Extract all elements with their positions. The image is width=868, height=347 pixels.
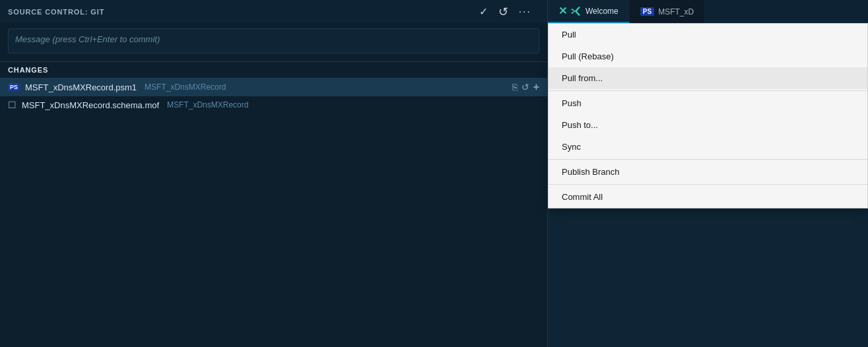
ps-icon: PS — [640, 7, 654, 16]
sc-title: SOURCE CONTROL: GIT — [8, 8, 477, 16]
menu-item-pull[interactable]: Pull — [549, 24, 867, 46]
menu-item-sync[interactable]: Sync — [549, 136, 867, 158]
dropdown-menu: Pull Pull (Rebase) Pull from... Push Pus… — [548, 23, 868, 208]
copy-icon[interactable]: ⎘ — [512, 82, 517, 92]
more-icon[interactable]: ··· — [516, 5, 534, 19]
sc-panel: CHANGES PS MSFT_xDnsMXRecord.psm1 MSFT_x… — [0, 23, 548, 347]
menu-item-pull-from[interactable]: Pull from... — [549, 67, 867, 89]
header-actions: ✓ ↺ ··· — [477, 3, 534, 20]
commit-message-area — [0, 23, 547, 62]
tab-welcome-label: Welcome — [585, 7, 618, 16]
file-name: MSFT_xDnsMXRecord.schema.mof — [22, 100, 159, 110]
file-name: MSFT_xDnsMXRecord.psm1 — [25, 82, 137, 92]
app-window: SOURCE CONTROL: GIT ✓ ↺ ··· ✕ Welcome PS… — [0, 0, 868, 347]
tab-welcome[interactable]: ✕ Welcome — [548, 0, 630, 23]
commit-icon[interactable]: ✓ — [477, 4, 490, 19]
vscode-logo-icon — [571, 6, 582, 16]
file-path: MSFT_xDnsMXRecord — [167, 100, 248, 110]
ps-file-icon: PS — [8, 83, 20, 91]
menu-item-push[interactable]: Push — [549, 92, 867, 114]
menu-separator-3 — [549, 184, 867, 185]
menu-item-publish-branch[interactable]: Publish Branch — [549, 161, 867, 183]
revert-icon[interactable]: ↺ — [521, 82, 529, 92]
menu-item-pull-rebase[interactable]: Pull (Rebase) — [549, 46, 867, 67]
menu-separator-1 — [549, 90, 867, 91]
vscode-icon: ✕ — [558, 5, 567, 17]
mof-file-icon: ☐ — [8, 100, 17, 110]
tabs-section: ✕ Welcome PS MSFT_xD — [548, 0, 868, 23]
menu-item-commit-all[interactable]: Commit All — [549, 186, 867, 208]
file-path: MSFT_xDnsMXRecord — [145, 82, 226, 92]
tab-msft[interactable]: PS MSFT_xD — [630, 0, 705, 23]
stage-icon[interactable]: + — [533, 81, 539, 93]
commit-message-input[interactable] — [8, 28, 539, 53]
list-item[interactable]: ☐ MSFT_xDnsMXRecord.schema.mof MSFT_xDns… — [0, 96, 547, 113]
list-item[interactable]: PS MSFT_xDnsMXRecord.psm1 MSFT_xDnsMXRec… — [0, 78, 547, 96]
file-actions: ⎘ ↺ + — [512, 81, 539, 93]
refresh-icon[interactable]: ↺ — [496, 3, 511, 20]
content-row: CHANGES PS MSFT_xDnsMXRecord.psm1 MSFT_x… — [0, 23, 868, 347]
changes-label: CHANGES — [8, 66, 48, 74]
top-bar: SOURCE CONTROL: GIT ✓ ↺ ··· ✕ Welcome PS… — [0, 0, 868, 23]
svg-marker-0 — [571, 7, 580, 16]
file-list: PS MSFT_xDnsMXRecord.psm1 MSFT_xDnsMXRec… — [0, 78, 547, 347]
sc-header-section: SOURCE CONTROL: GIT ✓ ↺ ··· — [0, 0, 548, 23]
menu-separator-2 — [549, 159, 867, 160]
changes-header: CHANGES — [0, 62, 547, 78]
tab-msft-label: MSFT_xD — [658, 7, 694, 16]
menu-item-push-to[interactable]: Push to... — [549, 114, 867, 136]
